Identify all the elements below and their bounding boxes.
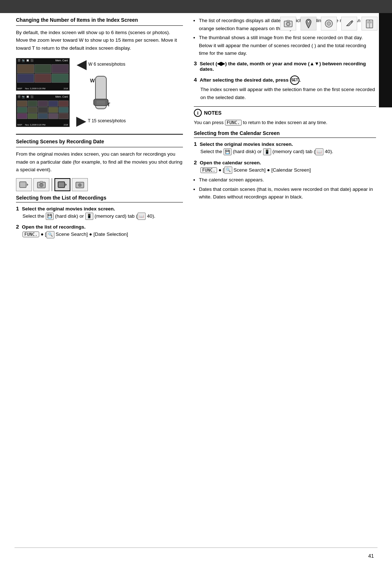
screen2-bottom-bar: MXP Nov. 3,2008 9:20 PM	[17, 124, 45, 126]
notes-title: NOTES	[204, 110, 221, 116]
scene-tab-highlighted[interactable]	[54, 178, 70, 191]
bottom-line	[15, 547, 377, 548]
notes-header: i NOTES	[194, 109, 376, 117]
zoom-lever-graphic: W T	[86, 74, 115, 111]
step3-header: 3 Select (◀▶) the date, month or year an…	[194, 60, 376, 72]
svg-point-22	[40, 183, 43, 187]
photo15-cell-3	[38, 101, 48, 106]
step2b-header: 2 Open the calendar screen.	[194, 159, 376, 165]
right-column: The list of recordings displays all date…	[194, 17, 376, 242]
photo-cell-6	[52, 74, 69, 83]
section-recording-date: Selecting Scenes by Recording Date From …	[16, 138, 183, 238]
left-column: Changing the Number of Items in the Inde…	[16, 17, 183, 242]
notes-box: i NOTES You can press FUNC. to return to…	[194, 106, 376, 127]
photo-cell-1	[17, 64, 34, 73]
photo-cell-4	[17, 74, 34, 83]
screen2-icon4: ⬛	[30, 95, 34, 98]
mem-card2-label: Mem. Card	[55, 95, 68, 98]
scene-tab-row	[16, 178, 183, 191]
step4-num: 4	[194, 77, 197, 83]
notes-text: You can press FUNC. to return to the ind…	[194, 119, 376, 127]
func-btn-notes: FUNC.	[225, 120, 242, 126]
step-1-left: 1 Select the original movies index scree…	[16, 205, 183, 220]
svg-rect-15	[94, 99, 108, 106]
screen-15-container: 🎬 📷 🔲 ⬛ Mem. Card	[16, 94, 70, 127]
camera-screen-6: 🎬 📷 🔲 ⬛ Mem. Card	[16, 58, 70, 91]
photo15-cell-5	[58, 101, 69, 106]
step1b-body: Select the 💾 (hard disk) or 📱 (memory ca…	[200, 148, 376, 156]
main-content: Changing the Number of Items in the Inde…	[0, 17, 392, 242]
book-ref-icon-2: 📖	[315, 148, 323, 156]
photo15-cell-6	[17, 107, 27, 113]
svg-rect-19	[20, 182, 26, 188]
decorative-black-block	[379, 13, 392, 107]
section1-heading: Changing the Number of Items in the Inde…	[16, 17, 183, 24]
step4-body: The index screen will appear with the se…	[200, 86, 376, 101]
step1-body: Select the 💾 (hard disk) or 📱 (memory ca…	[23, 212, 183, 220]
icon-book	[362, 17, 377, 30]
camera-shots-area: 🎬 📷 🔲 ⬛ Mem. Card	[16, 58, 183, 127]
step-2b: 2 Open the calendar screen. FUNC. ● [🔍 S…	[194, 159, 376, 201]
photo15-cell-11	[17, 113, 27, 119]
hdd-icon: 💾	[46, 213, 54, 220]
step2-num: 2	[16, 223, 19, 230]
svg-rect-23	[40, 181, 43, 183]
step-1b: 1 Select the original movies index scree…	[194, 141, 376, 156]
step1b-title: Select the original movies index screen.	[200, 142, 293, 147]
scenes-15-label: T 15 scenes/photos	[88, 118, 126, 123]
step-3-right: 3 Select (◀▶) the date, month or year an…	[194, 60, 376, 72]
section2-body: From the original movies index screen, y…	[16, 150, 183, 174]
t-label-row: ▶ T 15 scenes/photos	[76, 114, 126, 127]
scenes-6-label: W 6 scenes/photos	[88, 62, 125, 67]
calendar-section-divider	[194, 138, 376, 138]
scene-tab-photo[interactable]	[33, 178, 49, 191]
step2b-bullets: The calendar screen appears. Dates that …	[199, 176, 376, 201]
scene-tab-right[interactable]	[72, 178, 88, 191]
scene-tab-movie[interactable]	[16, 178, 32, 191]
icon-pencil	[341, 17, 357, 30]
svg-point-27	[78, 184, 81, 186]
step2b-body: FUNC. ● [🔍 Scene Search] ● [Calendar Scr…	[200, 166, 376, 174]
svg-marker-20	[27, 183, 28, 186]
section1-body: By default, the index screen will show u…	[16, 29, 183, 52]
memcard-icon-2: 📱	[263, 148, 271, 156]
step3-num: 3	[194, 60, 197, 66]
step4-header: 4 After selecting the desired date, pres…	[194, 75, 376, 85]
step1-title: Select the original movies index screen.	[22, 206, 115, 212]
step-2-left: 2 Open the list of recordings. FUNC. ● […	[16, 223, 183, 238]
subheading-calendar: Selecting from the Calendar Screen	[194, 130, 376, 136]
svg-rect-24	[58, 182, 65, 188]
step2-body: FUNC. ● [🔍 Scene Search] ● [Date Selecti…	[23, 230, 183, 238]
tab-separator	[52, 178, 52, 191]
step2b-num: 2	[194, 159, 197, 165]
photo15-cell-9	[48, 107, 58, 113]
w-label-row: ◀ W 6 scenes/photos	[77, 58, 125, 71]
photo15-cell-14	[48, 113, 58, 119]
photo15-cell-7	[28, 107, 38, 113]
step2b-bullet-2: Dates that contain scenes (that is, movi…	[199, 185, 376, 201]
screen2-date: Nov. 3,2008 9:20 PM	[25, 124, 45, 126]
step1-header: 1 Select the original movies index scree…	[16, 205, 183, 212]
subheading-list: Selecting from the List of Recordings	[16, 195, 183, 201]
svg-text:W: W	[90, 78, 95, 83]
zoom-lever-area: ◀ W 6 scenes/photos W T	[76, 58, 126, 127]
notes-icon: i	[194, 109, 202, 117]
icon-strip	[280, 13, 377, 34]
hdd-icon-2: 💾	[224, 148, 232, 156]
step1-num: 1	[16, 205, 19, 212]
photo15-cell-1	[17, 101, 27, 106]
step2-title: Open the list of recordings.	[22, 224, 86, 230]
screen2-label: MXP	[17, 124, 22, 126]
photo15-cell-8	[38, 107, 48, 113]
step2-header: 2 Open the list of recordings.	[16, 223, 183, 230]
photo-cell-2	[34, 64, 52, 73]
screen-bottom-bar: MXP Nov. 3,2008 9:20 PM	[17, 87, 45, 90]
screen-top-icons: 🎬 📷 🔲 ⬛ Mem. Card	[16, 58, 69, 63]
screen2-icon1: 🎬	[17, 95, 21, 98]
screen2-icon3: 🔲	[26, 95, 29, 98]
screen-label: MXP	[17, 87, 22, 90]
photo-grid-15	[16, 100, 69, 120]
section2-divider	[16, 147, 183, 147]
screen-page-num: 2/18	[64, 87, 68, 90]
section-divider-2	[16, 134, 183, 135]
